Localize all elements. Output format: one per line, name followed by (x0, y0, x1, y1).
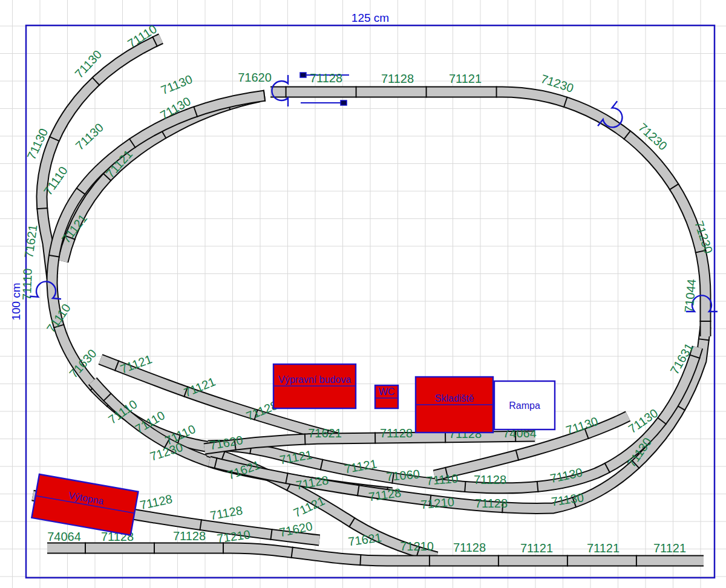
building: Výpravní budova (273, 364, 356, 408)
track-part-label: 71121 (449, 72, 482, 85)
track-part-label: 71128 (310, 71, 342, 85)
track-part-label: 71621 (22, 224, 40, 259)
track-part-label: 71128 (475, 497, 508, 510)
track-part-label: 71121 (587, 541, 620, 555)
feeder-terminal (341, 100, 347, 105)
track-part-label: 71110 (20, 268, 34, 300)
track-part-label: 71621 (347, 531, 382, 549)
track-part-label: 71128 (173, 529, 206, 543)
track-part-label: 71121 (520, 541, 553, 555)
track-part-label: 71128 (209, 503, 243, 522)
board-width-label: 125 cm (352, 11, 389, 24)
building: Skladiště (416, 377, 493, 433)
building-label: WC (379, 387, 395, 397)
building-label: Výpravní budova (278, 374, 351, 385)
plan-svg: 125 cm100 cm 711107113071130716207112871… (0, 0, 726, 588)
building-label: Rampa (509, 400, 540, 411)
feeder-icon[interactable] (301, 100, 347, 105)
building: WC (375, 385, 398, 408)
track-part-label: 71621 (308, 426, 342, 440)
track-part-label: 71130 (159, 72, 194, 97)
building: Rampa (494, 381, 555, 430)
track-part-label: 71110 (426, 472, 459, 488)
track-part-label: 71128 (381, 72, 414, 85)
track-part-label: 74064 (47, 530, 81, 543)
track-part-label: 71128 (139, 492, 174, 512)
track-plan-canvas: 125 cm100 cm 711107113071130716207112871… (0, 0, 726, 588)
track-part-label: 71130 (73, 120, 106, 152)
track-part-label: 71044 (682, 278, 698, 313)
track-layer (33, 39, 705, 561)
track-part-label: 71620 (238, 71, 272, 84)
track-part-label: 71210 (420, 495, 454, 511)
track-part-label: 71128 (474, 473, 506, 486)
building-label: Skladiště (435, 393, 474, 403)
track-part-label: 71121 (653, 541, 686, 555)
track-part-label: 71210 (400, 540, 434, 553)
track-part-label: 71128 (380, 426, 413, 440)
track-part-label: 71128 (453, 541, 486, 554)
feeder-terminal (300, 73, 306, 77)
